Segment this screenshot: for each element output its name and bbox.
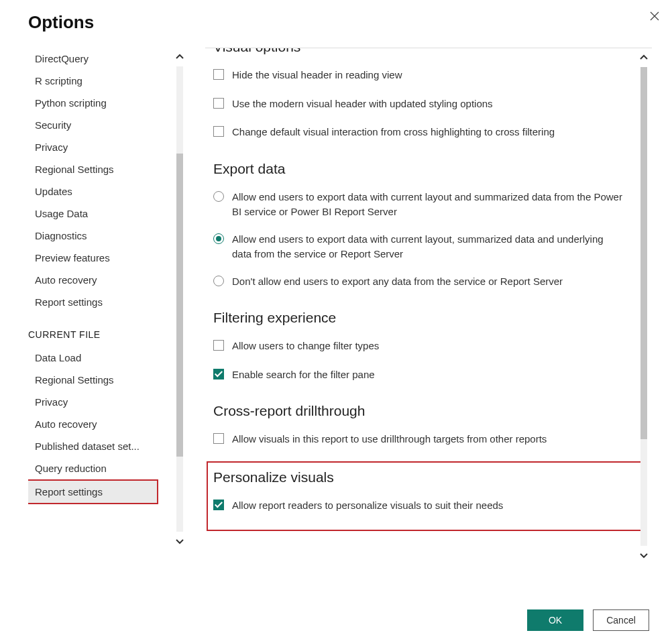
sidebar-item[interactable]: R scripting (28, 70, 162, 92)
sidebar-item[interactable]: Usage Data (28, 202, 162, 225)
settings-pane: Visual optionsHide the visual header in … (205, 48, 652, 630)
chevron-down-icon[interactable] (172, 532, 188, 550)
sidebar-section-header: CURRENT FILE (28, 313, 188, 347)
main-scrollbar[interactable] (636, 48, 652, 565)
option-label: Allow visuals in this report to use dril… (232, 432, 632, 447)
sidebar-item[interactable]: DirectQuery (28, 48, 162, 70)
checkbox-row[interactable]: Hide the visual header in reading view (213, 62, 632, 91)
dialog-footer: OK Cancel (527, 609, 649, 631)
option-label: Allow users to change filter types (232, 339, 632, 354)
sidebar-item[interactable]: Data Load (28, 347, 162, 369)
option-label: Allow end users to export data with curr… (232, 190, 632, 220)
checkbox-row[interactable]: Enable search for the filter pane (213, 361, 632, 390)
chevron-down-icon[interactable] (636, 546, 652, 565)
options-dialog: Options DirectQueryR scriptingPython scr… (0, 0, 672, 643)
checkbox-row[interactable]: Allow report readers to personalize visu… (213, 492, 637, 521)
option-label: Use the modern visual header with update… (232, 97, 632, 112)
section-heading: Export data (213, 161, 632, 177)
sidebar-item[interactable]: Privacy (28, 136, 162, 158)
checkbox-icon[interactable] (213, 433, 224, 444)
checkbox-icon[interactable] (213, 98, 224, 109)
checkbox-icon[interactable] (213, 369, 224, 379)
sidebar: DirectQueryR scriptingPython scriptingSe… (28, 48, 188, 630)
checkbox-row[interactable]: Use the modern visual header with update… (213, 91, 632, 119)
checkbox-row[interactable]: Change default visual interaction from c… (213, 119, 632, 148)
section-heading: Filtering experience (213, 310, 632, 326)
section-heading: Personalize visuals (213, 469, 637, 485)
radio-icon[interactable] (213, 233, 224, 244)
personalize-visuals-highlight: Personalize visualsAllow report readers … (207, 461, 644, 532)
scroll-thumb[interactable] (176, 154, 183, 457)
option-label: Hide the visual header in reading view (232, 68, 632, 83)
section-heading: Cross-report drillthrough (213, 403, 632, 419)
sidebar-item[interactable]: Regional Settings (28, 369, 162, 391)
sidebar-item[interactable]: Regional Settings (28, 158, 162, 180)
checkbox-icon[interactable] (213, 340, 224, 351)
checkbox-icon[interactable] (213, 500, 224, 510)
chevron-up-icon[interactable] (636, 48, 652, 67)
sidebar-item[interactable]: Diagnostics (28, 225, 162, 247)
close-icon[interactable] (647, 8, 663, 27)
radio-row[interactable]: Allow end users to export data with curr… (213, 184, 632, 226)
sidebar-item[interactable]: Preview features (28, 247, 162, 269)
option-label: Allow end users to export data with curr… (232, 232, 632, 262)
radio-icon[interactable] (213, 191, 224, 202)
section-heading: Visual options (213, 48, 632, 55)
sidebar-item[interactable]: Security (28, 114, 162, 136)
chevron-up-icon[interactable] (172, 48, 188, 66)
scroll-track[interactable] (176, 66, 183, 532)
radio-row[interactable]: Allow end users to export data with curr… (213, 226, 632, 268)
sidebar-item[interactable]: Query reduction (28, 457, 162, 479)
scroll-thumb[interactable] (640, 67, 647, 439)
sidebar-scrollbar[interactable] (172, 48, 188, 550)
checkbox-row[interactable]: Allow users to change filter types (213, 333, 632, 361)
dialog-title: Options (28, 12, 652, 33)
cancel-button[interactable]: Cancel (593, 609, 649, 631)
sidebar-item[interactable]: Auto recovery (28, 269, 162, 291)
option-label: Enable search for the filter pane (232, 367, 632, 383)
radio-icon[interactable] (213, 276, 224, 286)
sidebar-item[interactable]: Published dataset set... (28, 435, 162, 457)
option-label: Change default visual interaction from c… (232, 125, 632, 140)
sidebar-item[interactable]: Python scripting (28, 92, 162, 114)
sidebar-item[interactable]: Auto recovery (28, 413, 162, 435)
ok-button[interactable]: OK (527, 609, 583, 631)
option-label: Allow report readers to personalize visu… (232, 498, 637, 514)
checkbox-icon[interactable] (213, 126, 224, 137)
radio-row[interactable]: Don't allow end users to export any data… (213, 268, 632, 297)
checkbox-row[interactable]: Allow visuals in this report to use dril… (213, 426, 632, 455)
checkbox-icon[interactable] (213, 69, 224, 80)
sidebar-item[interactable]: Updates (28, 180, 162, 202)
scroll-track[interactable] (640, 67, 647, 546)
option-label: Don't allow end users to export any data… (232, 274, 632, 290)
sidebar-item[interactable]: Report settings (28, 291, 162, 313)
sidebar-item[interactable]: Privacy (28, 391, 162, 413)
sidebar-item[interactable]: Report settings (28, 479, 158, 504)
